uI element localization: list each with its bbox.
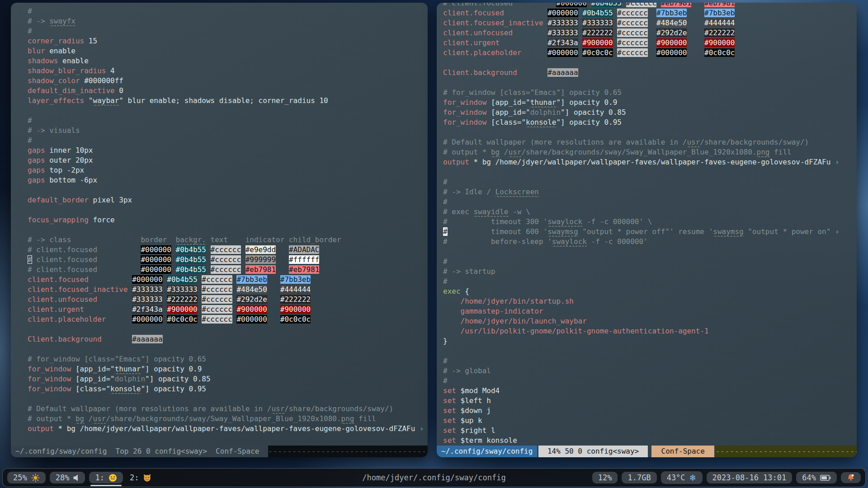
code-token: " xyxy=(89,96,93,105)
code-token xyxy=(578,19,583,27)
code-line: client.focused_inactive #333333 #333333 … xyxy=(28,285,428,295)
code-line: output * bg /home/jdyer/wallpaper/wallpa… xyxy=(28,424,428,434)
code-token: png xyxy=(757,148,770,156)
volume-module[interactable]: 28% xyxy=(50,472,85,483)
code-token: corner_radius xyxy=(28,37,89,45)
code-token: bg xyxy=(491,148,500,156)
workspace-button-2[interactable]: 2: xyxy=(127,472,154,483)
code-token: # xyxy=(443,197,448,206)
color-swatch: #cccccc xyxy=(617,19,647,27)
code-token: thunar xyxy=(530,98,557,107)
notification-module[interactable] xyxy=(841,472,861,483)
code-token: [class=" xyxy=(75,385,110,393)
code-token: shadow_color xyxy=(28,76,84,85)
code-token: client.focused_inactive xyxy=(443,19,547,27)
code-token: swaylock xyxy=(552,237,587,246)
color-swatch: #000000 xyxy=(547,9,578,17)
speaker-icon xyxy=(73,474,79,481)
code-token: # -> Idle / xyxy=(443,188,495,196)
code-token: enable xyxy=(49,47,75,55)
color-swatch: #000000 xyxy=(132,315,162,324)
code-pane-left[interactable]: ## -> swayfx#corner_radius 15blur enable… xyxy=(11,3,428,446)
code-token: 15 xyxy=(89,37,97,45)
color-swatch: #cccccc xyxy=(202,305,232,314)
code-line: set $right l xyxy=(443,426,857,436)
code-token xyxy=(276,255,289,264)
code-token xyxy=(622,3,626,7)
code-token xyxy=(163,295,167,304)
workspace-button-1[interactable]: 1: xyxy=(89,472,123,483)
color-swatch: #444444 xyxy=(280,285,311,294)
code-token: client.focused xyxy=(28,275,132,284)
code-token: pixel 3px xyxy=(93,196,132,204)
memory-module[interactable]: 1.7GB xyxy=(622,472,656,483)
code-line: for_window [app_id="thunar"] opacity 0.9 xyxy=(443,98,857,108)
code-line: default_dim_inactive 0 xyxy=(28,86,428,96)
volume-value: 28% xyxy=(56,473,70,482)
color-swatch: #444444 xyxy=(704,19,735,27)
color-swatch: #222222 xyxy=(280,295,311,304)
code-token: "] opacity 0.95 xyxy=(141,385,206,393)
code-token: -f -c 000000' \ xyxy=(582,217,652,226)
color-swatch: #0b4b55 xyxy=(167,275,197,284)
temperature-value: 43°C xyxy=(667,473,685,482)
code-line: # xyxy=(443,177,857,187)
code-token: default_dim_inactive xyxy=(28,86,119,95)
code-line: set $term konsole xyxy=(443,436,857,446)
code-pane-right[interactable]: # client.focused #000000 #0b4b55 #cccccc… xyxy=(437,3,857,446)
code-token xyxy=(687,9,704,17)
code-token: thunar xyxy=(115,365,141,373)
code-token: client.focused xyxy=(443,9,547,17)
code-line: # xyxy=(443,197,857,207)
code-token: gaps xyxy=(28,176,49,184)
color-swatch: #900000 xyxy=(236,305,267,314)
bell-icon xyxy=(847,474,855,482)
color-swatch: #0b4b55 xyxy=(176,255,206,264)
code-line: Client.background #aaaaaa xyxy=(443,68,857,78)
code-line: Client.background #aaaaaa xyxy=(28,334,428,344)
editor-window-right[interactable]: # client.focused #000000 #0b4b55 #cccccc… xyxy=(437,3,857,457)
color-swatch: #900000 xyxy=(582,38,613,47)
clock-module[interactable]: 2023-08-16 13:01 xyxy=(707,472,793,483)
code-token: "] opacity 0.85 xyxy=(145,375,211,383)
code-line: # -> swayfx xyxy=(28,16,428,26)
code-token xyxy=(232,295,237,304)
code-token: 4 xyxy=(110,66,115,75)
code-line: for_window [class="konsole"] opacity 0.9… xyxy=(28,384,428,394)
code-line: gaps inner 10px xyxy=(28,145,428,155)
code-line xyxy=(443,127,857,137)
color-swatch: #eb7981 xyxy=(245,265,276,274)
brightness-module[interactable]: 25% xyxy=(7,472,46,483)
color-swatch: #222222 xyxy=(167,295,197,304)
code-token: for_window xyxy=(28,365,75,373)
color-swatch: #cccccc xyxy=(211,245,241,254)
color-swatch: #900000 xyxy=(167,305,197,314)
code-token: # client.focused xyxy=(28,245,141,254)
code-token: #000000ff xyxy=(84,76,123,85)
code-token: { xyxy=(461,287,469,296)
color-swatch: #000000 xyxy=(547,48,578,57)
code-line xyxy=(28,434,428,444)
code-token xyxy=(241,265,245,274)
battery-module[interactable]: 64% xyxy=(796,472,837,483)
temperature-module[interactable]: 43°C ❄ xyxy=(661,471,703,484)
code-token: [app_id=" xyxy=(491,98,530,107)
code-line: client.urgent #2f343a #900000 #cccccc #9… xyxy=(28,305,428,314)
code-token: [app_id=" xyxy=(75,375,115,383)
code-token xyxy=(206,265,211,274)
editor-window-left[interactable]: ## -> swayfx#corner_radius 15blur enable… xyxy=(11,3,428,457)
code-token: $term konsole xyxy=(461,436,517,445)
color-swatch: #000000 xyxy=(141,255,171,264)
color-swatch: #000000 xyxy=(141,265,171,274)
color-swatch: #292d2e xyxy=(236,295,267,304)
code-token xyxy=(232,275,237,284)
code-token: shadows xyxy=(28,56,62,65)
code-token: # xyxy=(28,7,32,15)
cpu-module[interactable]: 12% xyxy=(592,472,618,483)
code-token: blur xyxy=(28,47,49,55)
code-token: # xyxy=(443,277,448,286)
battery-value: 64% xyxy=(802,473,816,482)
code-token xyxy=(613,28,618,37)
workspace-2-label: 2: xyxy=(130,473,139,482)
code-token: # xyxy=(28,116,32,125)
